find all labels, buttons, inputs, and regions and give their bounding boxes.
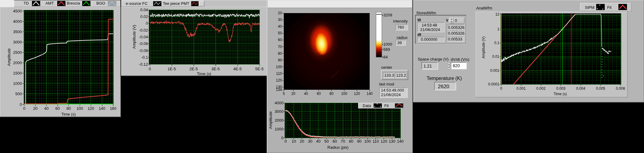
svg-text:14:53:48: 14:53:48 bbox=[422, 23, 437, 27]
svg-text:-0.1: -0.1 bbox=[141, 55, 148, 60]
svg-text:20: 20 bbox=[33, 106, 37, 111]
svg-text:64: 64 bbox=[383, 55, 388, 59]
svg-text:SiPM: SiPM bbox=[585, 5, 594, 10]
svg-text:21/06/2024: 21/06/2024 bbox=[420, 27, 440, 32]
svg-text:AnalWfm: AnalWfm bbox=[476, 6, 492, 10]
svg-text:110: 110 bbox=[373, 139, 379, 144]
svg-text:0.01: 0.01 bbox=[492, 54, 500, 59]
svg-text:50: 50 bbox=[278, 31, 282, 35]
svg-text:Fit: Fit bbox=[607, 5, 612, 10]
svg-text:3209: 3209 bbox=[383, 13, 392, 17]
svg-text:0.003: 0.003 bbox=[556, 86, 565, 91]
svg-text:140: 140 bbox=[367, 92, 373, 96]
svg-text:5E-5: 5E-5 bbox=[255, 67, 263, 71]
svg-text:120: 120 bbox=[88, 106, 94, 111]
svg-text:100: 100 bbox=[276, 65, 282, 69]
svg-text:40: 40 bbox=[316, 139, 320, 144]
svg-text:133.3: 133.3 bbox=[384, 73, 394, 78]
svg-text:Amplitude: Amplitude bbox=[268, 111, 273, 129]
svg-text:0.006: 0.006 bbox=[616, 86, 625, 91]
svg-text:4E-5: 4E-5 bbox=[233, 67, 241, 71]
svg-text:last mod: last mod bbox=[379, 82, 394, 86]
svg-text:0: 0 bbox=[20, 102, 22, 107]
svg-text:dV/dt (V/s): dV/dt (V/s) bbox=[451, 57, 469, 62]
svg-text:100: 100 bbox=[364, 139, 371, 144]
svg-text:40: 40 bbox=[304, 92, 308, 96]
svg-text:2000: 2000 bbox=[275, 118, 283, 123]
svg-text:120: 120 bbox=[276, 78, 282, 82]
svg-text:5: 5 bbox=[283, 92, 285, 96]
svg-text:10: 10 bbox=[292, 139, 296, 144]
svg-text:-0.04: -0.04 bbox=[139, 35, 148, 39]
svg-text:123.2: 123.2 bbox=[396, 73, 406, 78]
svg-text:2E-5: 2E-5 bbox=[189, 67, 198, 71]
svg-text:80: 80 bbox=[66, 106, 71, 111]
svg-text:4000: 4000 bbox=[13, 19, 22, 24]
svg-text:80: 80 bbox=[329, 92, 334, 96]
svg-text:90: 90 bbox=[278, 58, 282, 62]
svg-text:2620: 2620 bbox=[438, 84, 449, 89]
svg-text:BGO: BGO bbox=[97, 1, 105, 5]
svg-text:4000: 4000 bbox=[275, 101, 283, 105]
svg-text:130: 130 bbox=[389, 139, 396, 144]
svg-text:60: 60 bbox=[333, 139, 337, 144]
svg-text:-0.08: -0.08 bbox=[139, 48, 148, 53]
svg-text:0: 0 bbox=[146, 21, 148, 26]
svg-text:70: 70 bbox=[341, 139, 345, 144]
svg-text:0.00533: 0.00533 bbox=[448, 37, 462, 41]
svg-text:Temperature (K): Temperature (K) bbox=[427, 76, 462, 81]
svg-text:14:53:49.000: 14:53:49.000 bbox=[381, 88, 404, 92]
svg-text:500: 500 bbox=[15, 92, 22, 96]
svg-text:90: 90 bbox=[357, 139, 361, 144]
svg-text:0: 0 bbox=[500, 86, 502, 91]
svg-text:120: 120 bbox=[354, 92, 360, 96]
svg-text:80: 80 bbox=[349, 139, 353, 144]
svg-text:Tee piece PMT: Tee piece PMT bbox=[163, 1, 189, 6]
svg-text:1: 1 bbox=[497, 27, 499, 31]
svg-text:100: 100 bbox=[76, 106, 83, 111]
svg-text:1E-5: 1E-5 bbox=[167, 67, 176, 71]
svg-text:intensity: intensity bbox=[393, 19, 408, 23]
svg-text:0.002: 0.002 bbox=[537, 86, 546, 91]
svg-text:30: 30 bbox=[308, 139, 312, 144]
svg-text:110: 110 bbox=[276, 71, 282, 76]
svg-text:0.005326: 0.005326 bbox=[448, 25, 464, 30]
svg-text:1000: 1000 bbox=[13, 81, 22, 86]
svg-text:Time (s): Time (s) bbox=[554, 92, 567, 96]
svg-text:0.000000: 0.000000 bbox=[421, 37, 437, 42]
svg-text:radius: radius bbox=[397, 35, 408, 40]
svg-text:760: 760 bbox=[397, 25, 404, 30]
svg-text:-0.12: -0.12 bbox=[139, 62, 148, 67]
svg-text:0.001: 0.001 bbox=[516, 86, 526, 91]
svg-text:0.04: 0.04 bbox=[140, 8, 148, 12]
svg-text:center: center bbox=[381, 65, 392, 70]
svg-text:Brescia: Brescia bbox=[67, 1, 80, 5]
svg-text:0.001: 0.001 bbox=[490, 68, 499, 73]
svg-text:3000: 3000 bbox=[13, 40, 22, 44]
svg-text:Radius (pix): Radius (pix) bbox=[327, 145, 348, 150]
svg-text:4500: 4500 bbox=[13, 9, 22, 13]
svg-text:Data: Data bbox=[363, 103, 371, 108]
svg-text:0: 0 bbox=[281, 136, 283, 140]
svg-text:0: 0 bbox=[455, 18, 457, 23]
svg-text:TD: TD bbox=[23, 1, 29, 5]
svg-text:e-source FC: e-source FC bbox=[126, 1, 148, 6]
svg-text:3500: 3500 bbox=[13, 30, 22, 34]
svg-text:569: 569 bbox=[383, 47, 390, 52]
svg-text:120: 120 bbox=[381, 139, 387, 144]
svg-text:1500: 1500 bbox=[13, 71, 22, 75]
svg-text:30: 30 bbox=[278, 18, 282, 22]
svg-text:0.004: 0.004 bbox=[576, 86, 585, 91]
svg-text:0.0001: 0.0001 bbox=[488, 82, 499, 86]
svg-text:1000: 1000 bbox=[275, 127, 283, 131]
svg-text:AMT: AMT bbox=[45, 1, 54, 5]
svg-text:0: 0 bbox=[23, 106, 25, 111]
svg-text:Time (s): Time (s) bbox=[197, 71, 211, 76]
svg-text:0: 0 bbox=[149, 67, 151, 71]
svg-text:20: 20 bbox=[278, 11, 282, 15]
svg-text:20: 20 bbox=[291, 92, 296, 96]
svg-text:2500: 2500 bbox=[13, 50, 22, 55]
svg-text:Fit: Fit bbox=[384, 103, 389, 108]
svg-text:160: 160 bbox=[110, 106, 117, 111]
svg-text:-0.06: -0.06 bbox=[139, 41, 148, 46]
